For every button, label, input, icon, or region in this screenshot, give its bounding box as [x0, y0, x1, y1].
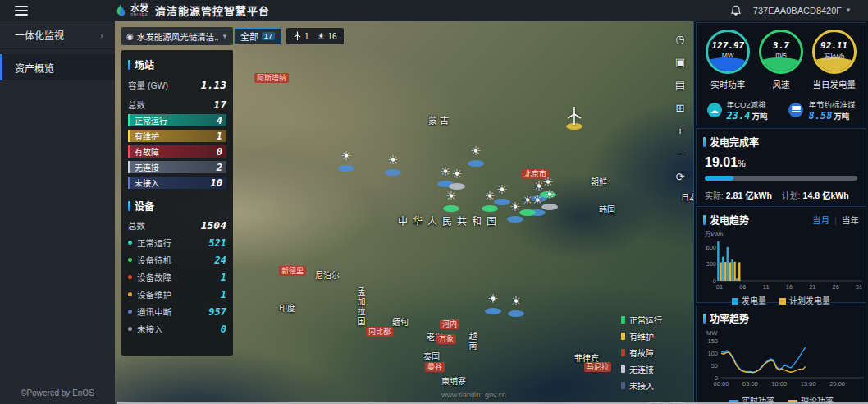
station-status-row: 正常运行4 [128, 114, 226, 126]
sun-icon: ☀ [505, 294, 527, 309]
legend-label: 未接入 [629, 379, 654, 392]
legend-item: 无连接 [621, 363, 693, 375]
filter-solar[interactable]: ☀ 16 [318, 31, 337, 42]
gauge-unit: m/s [761, 51, 801, 59]
zoom-in-icon[interactable]: + [674, 125, 687, 138]
map-capital-label: 新德里 [279, 266, 306, 276]
boundary-icon[interactable]: ▤ [674, 79, 687, 92]
solar-station-marker[interactable]: ☀ [465, 145, 487, 167]
device-row: 设备待机24 [128, 254, 226, 266]
hamburger-menu-icon[interactable] [15, 3, 28, 18]
svg-text:600: 600 [706, 244, 716, 251]
map-attribution: www.tianditu.gov.cn [441, 391, 506, 399]
device-value: 521 [208, 237, 226, 249]
map-place-label: 韩国 [599, 203, 615, 215]
marker-base [507, 216, 523, 223]
gauge-value: 92.11 [815, 40, 854, 51]
station-status-row: 有故障0 [128, 145, 226, 158]
map-capital-label: 阿斯塔纳 [254, 73, 289, 83]
svg-text:31: 31 [856, 283, 862, 291]
wind-station-marker[interactable] [564, 108, 585, 130]
gauge-circle: 3.7m/s [759, 30, 803, 74]
device-value: 0 [221, 324, 226, 335]
zoom-out-icon[interactable]: − [674, 148, 687, 161]
wind-turbine-icon [293, 31, 302, 41]
right-kpi-panel: 127.97MW实时功率3.7m/s风速92.11万kWh当日发电量 ☁ 年CO… [693, 21, 868, 404]
solar-station-marker[interactable]: ☀ [482, 293, 504, 314]
satellite-map[interactable]: 阿斯塔纳蒙古北京市朝鲜韩国日本中华人民共和国新德里尼泊尔印度孟加拉国缅甸内比都河… [115, 21, 693, 404]
map-place-label: 孟加拉国 [354, 287, 367, 327]
reset-icon[interactable]: ⟳ [674, 171, 687, 184]
gauge-wave [759, 57, 803, 74]
device-row: 正常运行521 [128, 236, 226, 249]
device-label: 正常运行 [137, 236, 208, 249]
device-value: 957 [208, 306, 226, 318]
account-dropdown[interactable]: 737EAA0BACD8420F ▼ [753, 6, 852, 16]
legend-color-swatch [621, 316, 625, 324]
filter-all-chip[interactable]: 全部 17 [234, 28, 281, 44]
chevron-down-icon: ▼ [222, 33, 228, 40]
device-row: 未接入0 [128, 323, 226, 335]
solar-station-marker[interactable]: ☀ [382, 154, 404, 176]
status-dot [128, 292, 132, 296]
powered-by-enos: ©Powered by EnOS [0, 388, 115, 397]
solar-station-marker[interactable]: ☀ [539, 189, 560, 210]
device-row: 设备维护1 [128, 288, 226, 301]
org-selector-dropdown[interactable]: ◉ 水发能源风光储清洁... ▼ [121, 27, 233, 45]
cloud-icon: ☁ [707, 103, 722, 117]
fit-extent-icon[interactable]: ▣ [674, 56, 687, 69]
sun-icon: ☀ [465, 144, 487, 158]
status-dot [128, 241, 132, 245]
station-status-row: 有维护1 [128, 130, 226, 142]
status-label: 未接入 [135, 177, 159, 189]
map-status-legend: 正常运行有维护有故障无连接未接入 资产状态颜色 [621, 314, 693, 404]
gauge-value: 3.7 [761, 40, 801, 51]
gauge-circle: 92.11万kWh [812, 30, 857, 74]
map-place-label: 越南 [466, 332, 478, 351]
map-capital-label: 内比都 [366, 327, 393, 337]
env-stats-row: ☁ 年CO2减排 23.4万吨 年节约标准煤 8.58万吨 [697, 99, 866, 122]
filter-wind[interactable]: 1 [293, 31, 309, 41]
device-row: 设备故障1 [128, 271, 226, 283]
sun-icon: ☀ [491, 182, 513, 197]
legend-color-swatch [621, 349, 625, 356]
solar-station-marker[interactable]: ☀ [505, 296, 527, 317]
status-label: 有维护 [135, 130, 159, 142]
gauge-value: 127.97 [708, 40, 747, 51]
solar-station-marker[interactable]: ☀ [336, 150, 357, 172]
device-label: 未接入 [137, 323, 221, 335]
map-place-label: 柬埔寨 [441, 374, 466, 387]
notification-bell-icon[interactable] [730, 5, 742, 16]
coal-coin-icon [788, 103, 803, 117]
map-filter-bar: 全部 17 1 ☀ 16 [234, 28, 344, 44]
marker-base [485, 308, 501, 314]
svg-text:150: 150 [707, 337, 718, 345]
station-total-row: 总数 17 [128, 99, 226, 111]
history-icon[interactable]: ◷ [674, 33, 687, 46]
legend-label: 有故障 [629, 347, 654, 359]
filter-all-label: 全部 [240, 30, 258, 43]
solar-station-marker[interactable]: ☀ [446, 168, 468, 190]
filter-all-count: 17 [262, 32, 275, 40]
solar-station-marker[interactable]: ☀ [441, 191, 462, 212]
map-capital-label: 马尼拉 [584, 362, 611, 372]
coal-saving-stat: 年节约标准煤 8.58万吨 [788, 99, 855, 122]
svg-text:万kWh: 万kWh [705, 231, 724, 238]
svg-text:06: 06 [739, 283, 746, 291]
sidebar-item-asset-overview[interactable]: 资产概览 [0, 54, 115, 80]
grid-icon[interactable]: ⊞ [674, 102, 687, 115]
gauge-wave [706, 57, 750, 74]
map-place-label: 泰国 [423, 350, 440, 362]
solar-station-marker[interactable]: ☀ [505, 201, 526, 223]
map-place-label: 日本 [681, 191, 693, 203]
map-place-label: 朝鲜 [591, 175, 607, 187]
tab-current-year[interactable]: 当年 [842, 213, 859, 226]
filter-kind-chip: 1 ☀ 16 [286, 28, 344, 44]
tab-current-month[interactable]: 当月 [812, 213, 829, 226]
device-section-title: 设备 [128, 199, 226, 213]
legend-color-swatch [621, 365, 625, 373]
sidebar-group-monitoring[interactable]: 一体化监视 › [0, 21, 115, 49]
kpi-section: 127.97MW实时功率3.7m/s风速92.11万kWh当日发电量 ☁ 年CO… [696, 22, 866, 126]
map-place-label: 老挝 [427, 330, 443, 342]
device-id-text: 737EAA0BACD8420F [753, 6, 842, 16]
